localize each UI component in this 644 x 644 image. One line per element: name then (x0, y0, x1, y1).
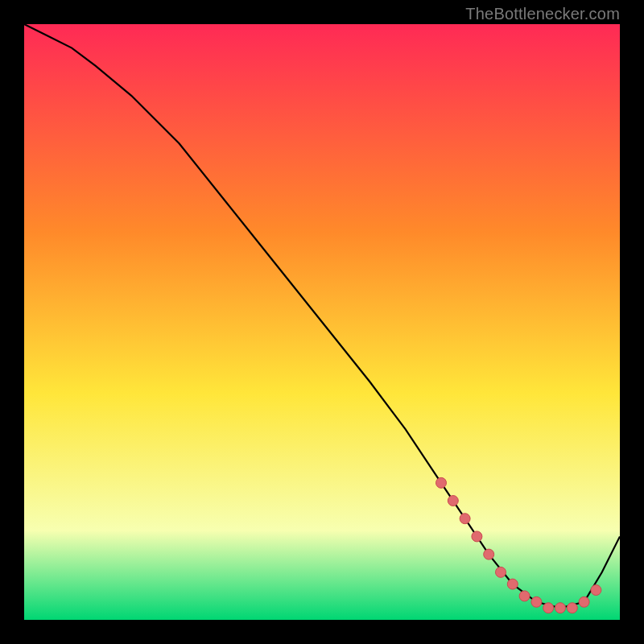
emphasis-dot (555, 603, 566, 613)
emphasis-dot (543, 603, 554, 613)
emphasis-dot (591, 585, 601, 596)
emphasis-dot (567, 603, 577, 613)
emphasis-dot (436, 477, 447, 488)
emphasis-dot (579, 597, 589, 607)
emphasis-dot (484, 549, 494, 559)
emphasis-dot (448, 496, 458, 506)
emphasis-dot (531, 597, 542, 607)
emphasis-dot (519, 591, 530, 601)
emphasis-dot (496, 567, 506, 577)
plot-area (24, 24, 620, 620)
attribution-label: TheBottlenecker.com (465, 5, 620, 23)
emphasis-dot (460, 514, 470, 524)
emphasis-dot (507, 579, 518, 589)
chart-svg (24, 24, 620, 620)
chart-frame: TheBottlenecker.com (0, 0, 644, 644)
emphasis-dot (472, 531, 482, 542)
